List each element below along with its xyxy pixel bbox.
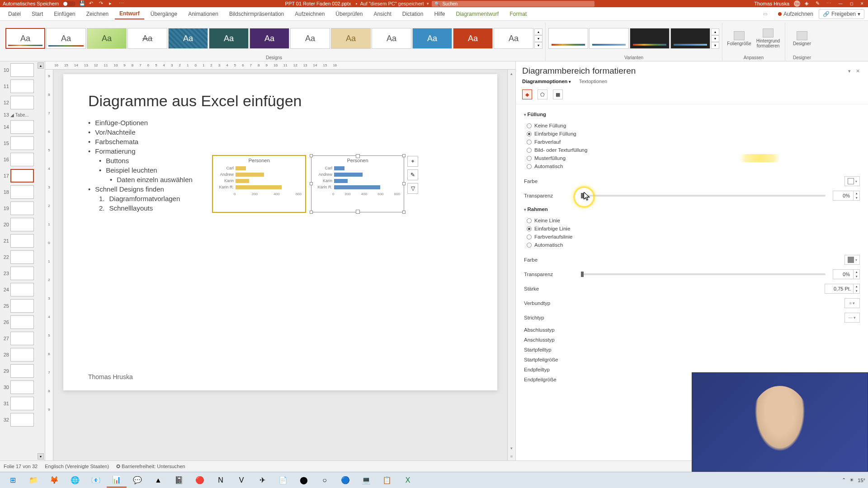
slide-thumbnail[interactable]: 18 [1,185,44,199]
save-icon[interactable]: 💾 [79,0,85,7]
record-button[interactable]: Aufzeichnen [774,9,817,19]
taskbar-excel[interactable]: X [398,473,418,488]
tray-chevron-icon[interactable]: ⌃ [842,477,846,483]
theme-thumb-13[interactable]: Aa [494,28,533,49]
slide-size-button[interactable]: Foliengröße [725,31,753,46]
theme-thumb-8[interactable]: Aa [290,28,330,49]
taskbar-onenote[interactable]: N [211,473,231,488]
theme-thumb-4[interactable]: Aa [127,28,167,49]
tab-start[interactable]: Start [27,9,47,19]
variant-gallery-more[interactable]: ▾ [711,42,719,49]
variant-gallery-down[interactable]: ▾ [711,35,719,42]
taskbar-powerpoint[interactable]: 📊 [107,473,127,488]
tab-animationen[interactable]: Animationen [184,9,223,19]
slide-thumbnail[interactable]: 24 [1,283,44,296]
theme-thumb-5[interactable]: Aa [168,28,208,49]
slide-thumbnail[interactable]: 11 [1,80,44,93]
language-indicator[interactable]: Englisch (Vereinigte Staaten) [45,464,109,469]
theme-thumb-2[interactable]: Aa [46,28,86,49]
tab-zeichnen[interactable]: Zeichnen [82,9,113,19]
theme-thumb-3[interactable]: Aa [87,28,127,49]
theme-thumb-7[interactable]: Aa [250,28,289,49]
share-button[interactable]: 🔗 Freigeben ▾ [819,9,864,19]
ribbon-collapse-icon[interactable]: ▭ [763,11,767,16]
fill-auto-radio[interactable]: Automatisch [527,162,860,170]
variant-2[interactable] [589,28,629,49]
slide-thumbnail[interactable]: 21 [1,234,44,248]
slide-thumbnail[interactable]: 14 [1,120,44,134]
pencil-icon[interactable]: ✎ [816,0,822,7]
accessibility-check[interactable]: ✪ Barrierefreiheit: Untersuchen [116,464,185,469]
taskbar-app[interactable]: 📓 [169,473,189,488]
border-auto-radio[interactable]: Automatisch [527,241,860,249]
border-width-value[interactable]: 0,75 Pt.▴▾ [825,284,860,294]
fill-picture-radio[interactable]: Bild- oder Texturfüllung [527,146,860,154]
taskbar-app[interactable]: ▲ [148,473,168,488]
tab-ueberpruefen[interactable]: Überprüfen [331,9,367,19]
taskbar-app[interactable]: 🔴 [190,473,210,488]
slide-thumbnail[interactable]: 28 [1,348,44,361]
theme-thumb-10[interactable]: Aa [372,28,411,49]
diagram-options-tab[interactable]: Diagrammoptionen [522,79,571,84]
tab-dictation[interactable]: Dictation [398,9,428,19]
chart-1[interactable]: Personen CarlAndrewKarinKarin R. 0200400… [212,155,306,212]
border-solid-radio[interactable]: Einfarbige Linie [527,225,860,233]
chart-2[interactable]: Personen CarlAndrewKarinKarin R. 0200400… [311,155,404,212]
format-background-button[interactable]: Hintergrund formatieren [754,28,782,48]
fill-color-button[interactable] [844,176,860,186]
designer-button[interactable]: Designer [788,31,816,46]
border-transparency-slider[interactable] [581,273,826,275]
bell-icon[interactable]: ⋯ [826,0,833,7]
border-gradient-radio[interactable]: Farbverlaufslinie [527,233,860,241]
taskbar-visio[interactable]: V [231,473,251,488]
taskbar-outlook[interactable]: 📧 [86,473,106,488]
theme-gallery-up[interactable]: ▴ [534,28,542,35]
border-transparency-value[interactable]: 0%▴▾ [833,269,860,279]
fill-transparency-value[interactable]: 0%▴▾ [833,191,860,201]
thumbs-scroll-down[interactable]: ▾ [38,453,44,460]
slide-thumbnail[interactable]: 26 [1,315,44,329]
redo-icon[interactable]: ↷ [99,0,105,7]
fill-pattern-radio[interactable]: Musterfüllung [527,154,860,162]
fill-none-radio[interactable]: Keine Füllung [527,122,860,130]
taskbar-telegram[interactable]: ✈ [252,473,272,488]
system-tray[interactable]: ⌃ ☀ 15° [842,477,865,483]
theme-gallery-down[interactable]: ▾ [534,35,542,42]
canvas-scrollbar[interactable]: ▴▾≡ [507,70,515,460]
tab-format[interactable]: Format [505,9,531,19]
tab-bildschirm[interactable]: Bildschirmpräsentation [225,9,288,19]
slide-thumbnail[interactable]: 19 [1,202,44,215]
fill-gradient-radio[interactable]: Farbverlauf [527,138,860,146]
slide-thumbnail[interactable]: 13◢ Tabe... [1,112,44,117]
maximize-button[interactable]: ◻ [848,1,854,6]
size-properties-icon[interactable]: ▦ [553,89,563,99]
slide-thumbnail[interactable]: 22 [1,250,44,264]
present-icon[interactable]: ▸ [109,0,115,7]
tab-hilfe[interactable]: Hilfe [429,9,449,19]
slide-thumbnail[interactable]: 20 [1,218,44,231]
diamond-icon[interactable]: ◈ [805,0,811,7]
tab-diagrammentwurf[interactable]: Diagrammentwurf [451,9,503,19]
taskbar-app[interactable]: 🔵 [335,473,355,488]
start-button[interactable]: ⊞ [3,473,23,488]
theme-gallery-more[interactable]: ▾ [534,42,542,49]
tab-ansicht[interactable]: Ansicht [369,9,396,19]
taskbar-explorer[interactable]: 📁 [24,473,43,488]
taskbar-app[interactable]: 📄 [273,473,293,488]
variant-1[interactable] [548,28,588,49]
slide-thumbnail[interactable]: 15 [1,136,44,150]
user-avatar[interactable]: TH [794,0,800,7]
taskbar-chrome[interactable]: 🌐 [65,473,85,488]
variant-4[interactable] [670,28,710,49]
format-pane-close[interactable]: ✕ [854,67,862,75]
slide-thumbnail[interactable]: 25 [1,299,44,313]
autosave-toggle[interactable] [63,1,75,6]
slide-thumbnail[interactable]: 29 [1,364,44,378]
thumbs-scroll-up[interactable]: ▴ [38,62,44,69]
taskbar-obs[interactable]: ⬤ [294,473,314,488]
taskbar-app[interactable]: 💻 [356,473,376,488]
theme-thumb-1[interactable]: Aa [5,28,45,49]
effects-icon[interactable]: ⬠ [538,89,547,99]
border-section[interactable]: Rahmen [524,206,860,212]
slide-thumbnail[interactable]: 30 [1,380,44,394]
